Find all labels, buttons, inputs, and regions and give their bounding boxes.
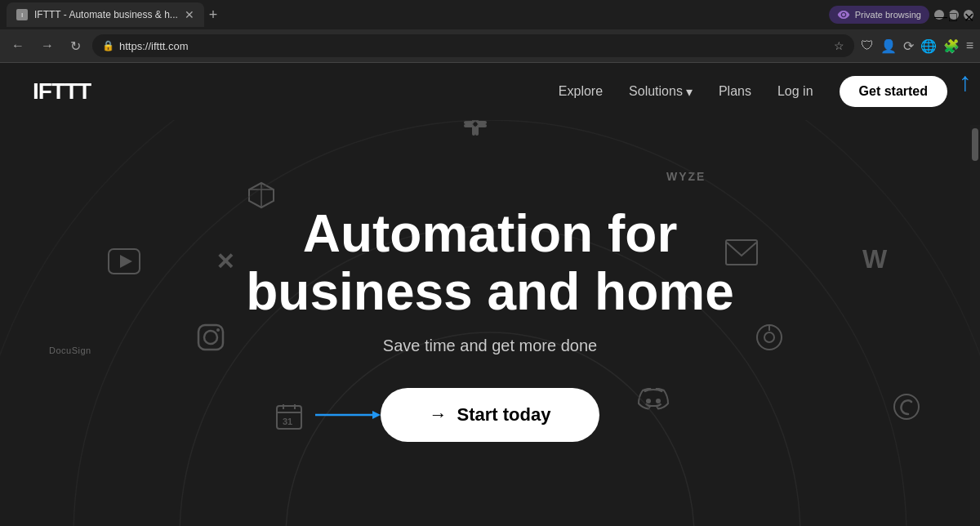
lock-icon: 🔒 — [102, 40, 114, 51]
start-today-button[interactable]: → Start today — [381, 388, 600, 442]
title-bar-controls: Private browsing — □ ✕ — [829, 6, 973, 24]
cta-arrow-line — [315, 407, 389, 423]
tab-close-button[interactable]: ✕ — [185, 8, 194, 21]
start-today-label: Start today — [457, 404, 551, 426]
cta-arrow-icon: → — [430, 404, 448, 426]
nav-solutions[interactable]: Solutions ▾ — [629, 84, 693, 100]
private-browsing-icon — [837, 8, 850, 21]
menu-icon[interactable]: ≡ — [966, 38, 973, 53]
window-maximize[interactable]: □ — [949, 10, 959, 20]
tab-favicon: I — [16, 9, 28, 20]
back-button[interactable]: ← — [7, 35, 29, 56]
cta-arrow-svg — [315, 407, 389, 423]
nav-login[interactable]: Log in — [777, 84, 813, 99]
private-browsing-label: Private browsing — [855, 10, 921, 20]
hero-section: Automation for business and home Save ti… — [0, 120, 980, 526]
private-browsing-badge: Private browsing — [829, 6, 929, 24]
tab-title: IFTTT - Automate business & h... — [34, 9, 178, 20]
arrow-indicator: ↑ — [959, 67, 972, 97]
forward-button[interactable]: → — [36, 35, 59, 56]
url-text: https://ifttt.com — [119, 40, 829, 52]
address-bar-row: ← → ↻ 🔒 https://ifttt.com ☆ 🛡 👤 ⟳ 🌐 🧩 ≡ — [0, 29, 980, 62]
browser-chrome: I IFTTT - Automate business & h... ✕ + P… — [0, 0, 980, 63]
window-minimize[interactable]: — — [934, 10, 944, 20]
title-bar: I IFTTT - Automate business & h... ✕ + P… — [0, 0, 980, 29]
hero-title: Automation for business and home — [204, 205, 776, 320]
nav-links: Explore Solutions ▾ Plans Log in Get sta… — [559, 76, 947, 107]
up-arrow-icon: ↑ — [959, 67, 972, 97]
solutions-dropdown-icon: ▾ — [686, 84, 693, 100]
website-content: IFTTT Explore Solutions ▾ Plans Log in G… — [0, 63, 980, 526]
nav-explore[interactable]: Explore — [559, 84, 603, 99]
nav-plans[interactable]: Plans — [719, 84, 751, 99]
window-close[interactable]: ✕ — [964, 10, 973, 20]
svg-marker-5 — [372, 411, 381, 419]
address-field[interactable]: 🔒 https://ifttt.com ☆ — [92, 34, 854, 57]
sync-icon[interactable]: ⟳ — [903, 38, 914, 54]
get-started-button[interactable]: Get started — [840, 76, 947, 107]
extensions-icon[interactable]: 🧩 — [943, 38, 960, 54]
new-tab-button[interactable]: + — [209, 7, 218, 24]
account-icon[interactable]: 👤 — [880, 38, 897, 54]
site-logo[interactable]: IFTTT — [33, 78, 91, 105]
toolbar-icons: 🛡 👤 ⟳ 🌐 🧩 ≡ — [861, 38, 973, 54]
refresh-button[interactable]: ↻ — [65, 35, 86, 57]
browser-tab[interactable]: I IFTTT - Automate business & h... ✕ — [7, 2, 204, 27]
hero-subtitle: Save time and get more done — [383, 337, 597, 355]
globe-icon[interactable]: 🌐 — [920, 38, 937, 54]
site-nav: IFTTT Explore Solutions ▾ Plans Log in G… — [0, 63, 980, 120]
shield-icon[interactable]: 🛡 — [861, 38, 874, 53]
bookmark-icon[interactable]: ☆ — [834, 39, 844, 52]
